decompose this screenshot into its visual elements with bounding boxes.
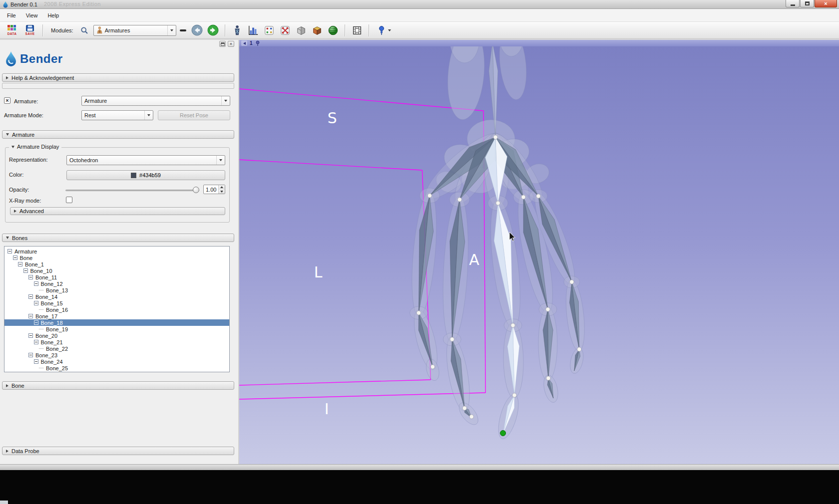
tree-expander-icon[interactable]: [28, 333, 33, 338]
armature-node-combobox[interactable]: Armature: [81, 96, 230, 106]
section-armature[interactable]: Armature: [2, 130, 234, 139]
bones-tree[interactable]: ArmatureBoneBone_1Bone_10Bone_11Bone_12B…: [4, 246, 230, 372]
opacity-slider[interactable]: [65, 186, 199, 195]
tree-expander-icon[interactable]: [34, 301, 38, 305]
panel-float-button[interactable]: [219, 41, 226, 47]
tree-expander-icon[interactable]: [34, 359, 38, 364]
tree-item-label: Bone_23: [35, 352, 57, 358]
tree-expander-icon[interactable]: [34, 281, 38, 286]
tree-expander-icon[interactable]: [7, 249, 12, 253]
tree-expander-icon[interactable]: [28, 275, 33, 279]
maximize-button[interactable]: [800, 0, 814, 7]
tree-item-label: Bone_1: [25, 261, 44, 267]
titlebar[interactable]: Bender 0.1 2008 Express Edition ×: [0, 0, 839, 9]
histogram-module-button[interactable]: [246, 23, 260, 37]
tree-item-label: Bone_13: [46, 287, 68, 293]
tree-item-bone_18[interactable]: Bone_18: [4, 319, 229, 326]
tree-item-bone_17[interactable]: Bone_17: [4, 313, 229, 319]
toolbar-separator: [369, 24, 370, 36]
opacity-spinbox[interactable]: 1.00: [203, 185, 225, 194]
viewport-collapse-button[interactable]: [241, 40, 247, 46]
armatures-module-button[interactable]: [230, 23, 244, 37]
background-window-text: 2008 Express Edition: [44, 1, 101, 7]
tree-item-bone_12[interactable]: Bone_12: [4, 280, 229, 287]
module-history-button[interactable]: [178, 23, 188, 37]
armature-mode-combobox[interactable]: Rest: [81, 110, 153, 120]
tree-item-bone_13[interactable]: Bone_13: [4, 287, 229, 293]
section-advanced[interactable]: Advanced: [10, 207, 225, 215]
load-data-button[interactable]: DATA: [4, 22, 20, 38]
section-bones[interactable]: Bones: [2, 234, 234, 242]
spin-up-button[interactable]: [219, 185, 225, 190]
representation-combobox[interactable]: Octohedron: [66, 155, 225, 165]
armature-mode-label: Armature Mode:: [4, 112, 43, 118]
tree-item-bone_16[interactable]: Bone_16: [4, 306, 229, 313]
window-title: Bender 0.1: [10, 1, 37, 7]
3d-view-canvas[interactable]: SLAI: [239, 46, 839, 464]
panel-close-button[interactable]: ×: [228, 41, 234, 47]
spin-down-button[interactable]: [219, 190, 225, 194]
save-button[interactable]: SAVE: [22, 22, 38, 38]
wire-cube-module-button[interactable]: [294, 23, 308, 37]
tree-expander-icon[interactable]: [28, 294, 33, 299]
tree-item-label: Bone_18: [41, 320, 63, 326]
tree-item-bone_20[interactable]: Bone_20: [4, 332, 229, 339]
tree-item-bone_11[interactable]: Bone_11: [4, 274, 229, 280]
tree-item-bone_21[interactable]: Bone_21: [4, 339, 229, 345]
tree-item-bone_22[interactable]: Bone_22: [4, 345, 229, 352]
armature-mode-value: Rest: [84, 112, 96, 118]
green-sphere-module-button[interactable]: [326, 23, 340, 37]
tree-item-bone_10[interactable]: Bone_10: [4, 267, 229, 274]
tree-item-bone_14[interactable]: Bone_14: [4, 293, 229, 300]
tree-item-bone_19[interactable]: Bone_19: [4, 326, 229, 332]
tree-expander-icon[interactable]: [28, 353, 33, 357]
scene-views-button[interactable]: [374, 23, 394, 37]
tree-expander-icon[interactable]: [28, 314, 33, 318]
tree-item-armature[interactable]: Armature: [4, 248, 229, 254]
slider-handle[interactable]: [193, 187, 199, 193]
save-icon: [26, 25, 34, 31]
screenshot-button[interactable]: [350, 23, 364, 37]
section-bone[interactable]: Bone: [2, 381, 234, 390]
chevron-down-icon: [170, 29, 173, 31]
minimize-button[interactable]: [786, 0, 800, 7]
module-forward-button[interactable]: [206, 23, 220, 37]
menu-file[interactable]: File: [2, 10, 21, 20]
tree-expander-icon[interactable]: [13, 255, 17, 260]
transform-dice-module-button[interactable]: [278, 23, 292, 37]
tree-item-label: Bone_25: [46, 365, 68, 371]
tree-expander-icon[interactable]: [34, 340, 38, 344]
armature-visibility-checkbox[interactable]: ×: [4, 97, 10, 104]
section-data-probe[interactable]: Data Probe: [2, 447, 234, 455]
svg-text:S: S: [328, 109, 337, 127]
armature-display-header[interactable]: Armature Display: [9, 144, 61, 150]
section-help-acknowledgement[interactable]: Help & Acknowledgement: [2, 73, 234, 82]
tree-item-bone[interactable]: Bone: [4, 254, 229, 261]
reset-pose-button[interactable]: Reset Pose: [158, 110, 230, 120]
viewport-3d: 1 SLAI: [239, 40, 839, 464]
viewport-header-bar[interactable]: 1: [239, 40, 839, 46]
tree-item-bone_15[interactable]: Bone_15: [4, 300, 229, 306]
dice-module-button[interactable]: [262, 23, 276, 37]
tree-expander-icon[interactable]: [18, 262, 22, 266]
tree-item-bone_1[interactable]: Bone_1: [4, 261, 229, 267]
close-button[interactable]: ×: [815, 0, 837, 7]
arrow-up-icon: [220, 186, 223, 188]
xray-mode-checkbox[interactable]: [66, 197, 72, 203]
tree-item-bone_24[interactable]: Bone_24: [4, 358, 229, 365]
module-selector-combobox[interactable]: Armatures: [93, 25, 176, 36]
tree-expander-icon[interactable]: [34, 320, 38, 325]
volume-cube-module-button[interactable]: [310, 23, 324, 37]
tree-item-bone_25[interactable]: Bone_25: [4, 365, 229, 371]
module-search-button[interactable]: [77, 23, 91, 37]
tree-item-bone_23[interactable]: Bone_23: [4, 352, 229, 358]
toolbar-separator: [345, 24, 346, 36]
viewport-pin-icon[interactable]: [255, 40, 260, 46]
menu-help[interactable]: Help: [42, 10, 64, 20]
module-back-button[interactable]: [190, 23, 204, 37]
menu-view[interactable]: View: [21, 10, 43, 20]
tree-item-label: Bone_10: [30, 268, 52, 274]
tree-expander-icon[interactable]: [23, 268, 28, 273]
group-label: Armature Display: [17, 144, 59, 150]
color-picker-button[interactable]: #434b59: [66, 170, 225, 180]
